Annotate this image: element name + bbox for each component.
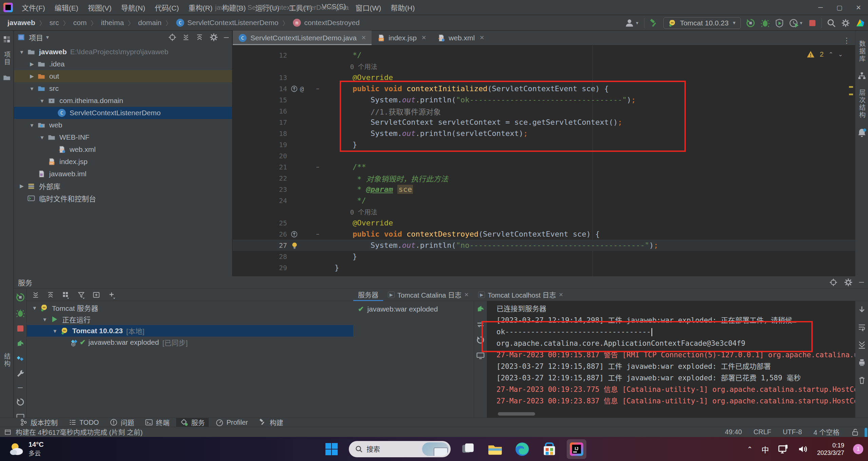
code-line-21[interactable]: 21− /** [233,161,855,173]
scroll-to-end-button[interactable] [857,340,866,349]
fold-marker[interactable]: − [311,164,324,170]
stop-server-button[interactable] [16,324,25,333]
commit-icon[interactable] [3,74,11,82]
toolwindow-button-服务[interactable]: 服务 [176,418,209,427]
clear-console-button[interactable] [857,376,866,384]
code-line-26[interactable]: 26− public void contextDestroyed(Servlet… [233,228,855,240]
taskbar-weather-widget[interactable]: 14°C 多云 [9,441,44,457]
print-button[interactable] [857,358,866,367]
code-line-25[interactable]: 25 @Override [233,217,855,228]
code-line-29[interactable]: 29} [233,262,855,273]
project-tree-item-临时文件和控制台[interactable]: 临时文件和控制台 [14,192,232,204]
chevron-down-icon[interactable]: ▼ [27,122,36,128]
float-mode-button[interactable] [829,278,837,286]
project-tree-item-src[interactable]: ▼src [14,82,232,95]
services-tree-item-Tomcat-服务器[interactable]: ▼Tomcat 服务器 [27,302,353,314]
fold-marker[interactable]: − [311,231,324,237]
code-line-27[interactable]: 27 System.out.println("no---------------… [233,240,855,251]
toolwindow-button-TODO[interactable]: TODO [64,418,103,427]
code-line-22[interactable]: 22 * 对象销毁时，执行此方法 [233,173,855,184]
close-tab-icon[interactable]: ✕ [479,34,484,41]
next-warning-icon[interactable]: ⌄ [838,51,843,58]
rerun-server-button[interactable] [746,18,756,28]
toolwindow-button-问题[interactable]: 问题 [106,418,138,427]
breadcrumb-item-itheima[interactable]: itheima [99,19,125,27]
chevron-down-icon[interactable]: ▼ [51,328,59,334]
prev-warning-icon[interactable]: ⌃ [829,51,833,58]
services-tree-item-javaweb:war-exploded[interactable]: ✔javaweb:war exploded[已同步] [27,337,353,348]
code-line-18[interactable]: 18 System.out.println(servletContext); [233,128,855,139]
deployment-item[interactable]: ✔ javaweb:war exploded [353,301,474,313]
taskbar-clock[interactable]: 0:19 2023/3/27 [817,442,844,457]
breadcrumb-item-ServletContextListenerDemo[interactable]: CServletContextListenerDemo [174,18,280,27]
chevron-right-icon[interactable]: ▶ [27,61,36,67]
collapse-all-button[interactable] [46,291,55,299]
console-tab-Tomcat Localhost 日志[interactable]: ▶Tomcat Localhost 日志✕ [473,289,568,301]
overriding-method-icon[interactable] [290,85,298,93]
menu-item-2[interactable]: 视图(V) [84,1,116,14]
maximize-button[interactable]: ▢ [830,0,849,15]
code-line-16[interactable]: 16 //1.获取事件源对象 [233,105,855,117]
breadcrumb-item-com[interactable]: com [72,19,88,27]
settings-button[interactable] [841,18,850,28]
chevron-right-icon[interactable]: ▶ [17,183,26,189]
breadcrumb-item-javaweb[interactable]: javaweb [6,19,37,27]
minimize-button[interactable]: ─ [811,0,830,15]
add-service-button[interactable] [93,291,101,299]
breadcrumb-item-contextDestroyed[interactable]: mcontextDestroyed [291,18,361,27]
menu-item-1[interactable]: 编辑(E) [51,1,82,14]
project-tree-item-外部库[interactable]: ▶外部库 [14,180,232,192]
project-tree-item-web[interactable]: ▼web [14,119,232,131]
menu-item-10[interactable]: 窗口(W) [351,1,385,14]
close-tab-icon[interactable]: ✕ [559,292,563,298]
debug-button[interactable] [760,18,770,28]
editor-tab-web.xml[interactable]: </>web.xml✕ [432,31,490,45]
project-tree-item-.idea[interactable]: ▶.idea [14,58,232,70]
code-line-20[interactable]: 20 [233,150,855,161]
hide-panel-button[interactable]: ─ [224,34,229,41]
toolwindow-button-构建[interactable]: 构建 [255,418,287,427]
project-tree-item-ServletContextListenerDemo[interactable]: CServletContextListenerDemo [14,107,232,119]
swap-view-button[interactable] [476,320,485,329]
chevron-down-icon[interactable]: ▼ [30,305,39,311]
refresh-button[interactable] [16,398,25,406]
restart-server-button[interactable] [15,292,25,302]
line-ending[interactable]: CRLF [753,428,771,436]
code-line-28[interactable]: 28 } [233,251,855,262]
menu-item-3[interactable]: 导航(N) [117,1,149,14]
debug-server-button[interactable] [16,308,25,318]
code-line-19[interactable]: 19 } [233,139,855,150]
code-line-17[interactable]: 17 ServletContext servletContext = sce.g… [233,117,855,128]
unlock-icon[interactable] [851,428,859,436]
filter-button[interactable] [77,291,86,299]
display-cast-icon[interactable] [778,444,789,455]
code-line-23[interactable]: 23 * @param sce [233,184,855,195]
tray-expand-icon[interactable]: ⌃ [747,445,753,453]
chevron-down-icon[interactable]: ▼ [38,98,46,104]
console-tab-Tomcat Catalina 日志[interactable]: ▶Tomcat Catalina 日志✕ [383,289,473,301]
project-tree-item-com.itheima.domain[interactable]: ▼com.itheima.domain [14,95,232,107]
microsoft-store-button[interactable] [540,439,559,459]
services-tree-item-正在运行[interactable]: ▼正在运行 [27,314,353,325]
code-line-inlay[interactable]: 0 个用法 [233,61,855,72]
menu-item-5[interactable]: 重构(R) [184,1,216,14]
chevron-down-icon[interactable]: ▼ [45,35,50,40]
deploy-button[interactable] [16,339,25,348]
start-button[interactable] [322,439,341,459]
panel-settings-button[interactable] [209,33,219,42]
notifications-bell-icon[interactable] [857,128,867,138]
toolwindow-button-Profiler[interactable]: Profiler [211,418,252,427]
taskbar-search[interactable]: 搜索 [349,441,451,457]
file-explorer-button[interactable] [485,439,505,459]
hide-services-button[interactable]: ─ [859,278,864,286]
fold-marker[interactable]: − [311,86,324,92]
editor-tab-index.jsp[interactable]: JSPindex.jsp✕ [372,31,432,45]
show-log-button[interactable] [476,351,485,360]
soft-wrap-button[interactable] [857,323,866,332]
locate-file-button[interactable] [168,33,176,41]
chevron-down-icon[interactable]: ▼ [40,317,49,322]
sidebar-item-project[interactable]: 项目 [2,51,11,66]
close-tab-icon[interactable]: ✕ [464,292,469,298]
build-project-button[interactable] [649,18,659,28]
menu-item-11[interactable]: 帮助(H) [386,1,419,14]
